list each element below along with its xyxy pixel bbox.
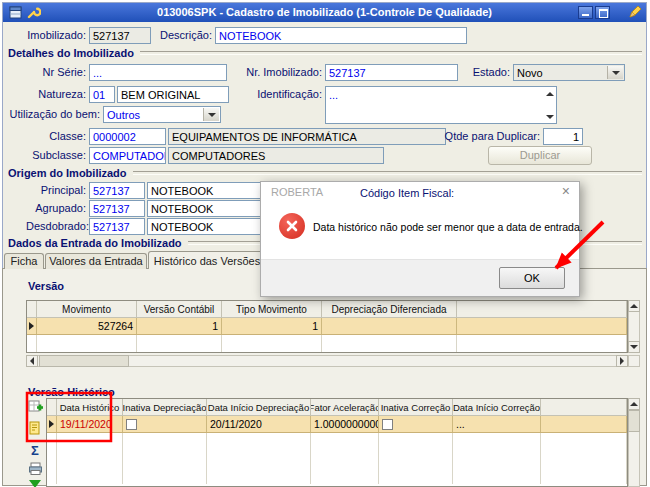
scroll-left-icon[interactable] [26, 355, 38, 367]
empty-row [47, 467, 627, 484]
navigate-down-icon[interactable] [27, 476, 43, 487]
desdobrado-code-field[interactable]: 527137 [89, 218, 145, 235]
cell-fator-aceleracao[interactable]: 1.0000000000 [311, 416, 379, 432]
sum-icon[interactable]: Σ [27, 442, 43, 458]
agrupado-desc-field: NOTEBOOK [147, 200, 267, 217]
scroll-up-icon[interactable] [545, 89, 554, 98]
column-header[interactable]: Fator Aceleração [311, 399, 379, 416]
subclasse-desc-field: COMPUTADORES [168, 147, 384, 164]
scroll-down-icon[interactable] [545, 112, 554, 121]
nr-serie-field[interactable]: ... [89, 64, 227, 81]
utilizacao-label: Utilização do bem: [8, 108, 100, 120]
empty-row [47, 450, 627, 467]
edit-record-icon[interactable] [27, 420, 43, 436]
scroll-down-icon[interactable] [628, 341, 640, 353]
identificacao-memo[interactable]: ... [325, 86, 557, 124]
principal-code-field[interactable]: 527137 [89, 182, 145, 199]
classe-label: Classe: [26, 130, 86, 142]
chevron-down-icon[interactable] [203, 108, 219, 121]
cell-data-inicio-correcao[interactable]: ... [453, 416, 541, 432]
column-header[interactable]: Versão Contábil [137, 301, 222, 318]
column-header[interactable]: Tipo Movimento [222, 301, 322, 318]
row-indicator-icon [47, 416, 57, 432]
cell-filler [541, 416, 627, 432]
empty-row [27, 335, 627, 352]
empty-row [47, 433, 627, 450]
maximize-button[interactable] [595, 6, 610, 19]
scroll-up-icon[interactable] [628, 300, 640, 312]
detalhes-group-header: Detalhes do Imobilizado [8, 46, 642, 59]
natureza-label: Natureza: [26, 88, 86, 100]
minimize-button[interactable] [578, 6, 593, 19]
versao-historico-section-title: Versão Histórico [28, 386, 115, 398]
checkbox-unchecked[interactable] [382, 419, 393, 430]
cell-filler [457, 318, 627, 334]
qtde-duplicar-field[interactable]: 1 [543, 128, 583, 145]
historico-vertical-scrollbar[interactable] [628, 398, 640, 487]
utilizacao-combo[interactable]: Outros [103, 106, 221, 123]
cell-data-inicio-depreciacao[interactable]: 20/11/2020 [207, 416, 311, 432]
scroll-right-icon[interactable] [616, 355, 628, 367]
scroll-up-icon[interactable] [628, 398, 640, 410]
column-header-filler [457, 301, 627, 318]
edit-icon[interactable] [627, 4, 642, 19]
scrollbar-thumb[interactable] [39, 355, 129, 367]
column-header[interactable]: Movimento [37, 301, 137, 318]
dialog-title: ROBERTA [271, 186, 323, 198]
versao-historico-grid: Data Histórico Inativa Depreciação Data … [46, 398, 628, 487]
descricao-field[interactable]: NOTEBOOK [215, 27, 467, 44]
cell-movimento[interactable]: 527264 [37, 318, 137, 334]
cell-data-historico[interactable]: 19/11/2020 [57, 416, 123, 432]
cell-inativa-depreciacao[interactable] [123, 416, 207, 432]
group-divider [133, 171, 642, 175]
checkbox-unchecked[interactable] [126, 419, 137, 430]
desdobrado-desc-field: NOTEBOOK [147, 218, 267, 235]
chevron-down-icon [607, 66, 623, 79]
nr-imobilizado-label: Nr. Imobilizado: [238, 66, 322, 78]
natureza-desc-field: BEM ORIGINAL [117, 86, 229, 103]
subclasse-code-field[interactable]: COMPUTADORES [89, 147, 166, 164]
column-header[interactable]: Depreciação Diferenciada [322, 301, 457, 318]
tab-historico-das-versoes[interactable]: Histórico das Versões [148, 251, 266, 269]
tab-valores-da-entrada[interactable]: Valores da Entrada [45, 253, 147, 269]
imobilizado-label: Imobilizado: [10, 29, 86, 41]
versao-horizontal-scrollbar[interactable] [26, 355, 628, 367]
indicator-header-cell [27, 301, 37, 318]
column-header[interactable]: Inativa Depreciação [123, 399, 207, 416]
historico-selected-row[interactable]: 19/11/2020 20/11/2020 1.0000000000 ... [47, 416, 627, 433]
insert-record-icon[interactable] [27, 398, 43, 414]
tab-ficha[interactable]: Ficha [4, 253, 44, 269]
nr-imobilizado-field[interactable]: 527137 [325, 64, 458, 81]
column-header[interactable]: Data Histórico [57, 399, 123, 416]
dialog-footer: OK [261, 259, 579, 296]
cell-depreciacao-diferenciada[interactable] [322, 318, 457, 334]
maximize-icon [599, 9, 608, 18]
identificacao-label: Identificação: [238, 88, 322, 100]
versao-vertical-scrollbar[interactable] [628, 300, 640, 353]
estado-combo: Novo [513, 64, 625, 81]
agrupado-code-field[interactable]: 527137 [89, 200, 145, 217]
qtde-duplicar-label: Qtde para Duplicar: [438, 130, 540, 142]
principal-desc-field: NOTEBOOK [147, 182, 267, 199]
column-header[interactable]: Data Início Depreciação [207, 399, 311, 416]
cell-tipo-movimento[interactable]: 1 [222, 318, 322, 334]
row-indicator-icon [27, 318, 37, 334]
titlebar: 013006SPK - Cadastro de Imobilizado (1-C… [3, 3, 646, 22]
subclasse-label: Subclasse: [26, 149, 86, 161]
historico-grid-header-row: Data Histórico Inativa Depreciação Data … [47, 399, 627, 416]
column-header[interactable]: Inativa Correção [379, 399, 453, 416]
versao-section-title: Versão [28, 280, 64, 292]
dialog-close-icon[interactable]: × [562, 183, 570, 199]
natureza-code-field[interactable]: 01 [89, 86, 115, 103]
ok-button[interactable]: OK [499, 267, 565, 289]
versao-selected-row[interactable]: 527264 1 1 [27, 318, 627, 335]
classe-desc-field: EQUIPAMENTOS DE INFORMÁTICA [168, 128, 446, 145]
scrollbar-thumb[interactable] [628, 410, 640, 432]
print-icon[interactable] [27, 460, 43, 476]
cell-versao-contabil[interactable]: 1 [137, 318, 222, 334]
cell-inativa-correcao[interactable] [379, 416, 453, 432]
classe-code-field[interactable]: 0000002 [89, 128, 166, 145]
estado-value: Novo [517, 67, 543, 79]
scrollbar-corner [628, 355, 640, 367]
column-header[interactable]: Data Início Correção [453, 399, 541, 416]
